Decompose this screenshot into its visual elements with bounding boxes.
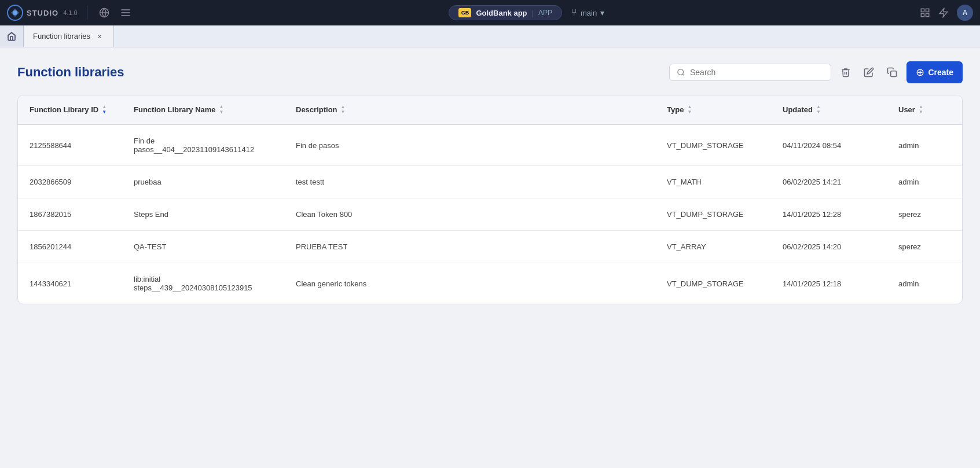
sort-type-down[interactable]: ▼ bbox=[687, 110, 692, 115]
sort-user[interactable]: ▲ ▼ bbox=[919, 105, 923, 115]
sort-desc-up[interactable]: ▲ bbox=[341, 105, 346, 109]
svg-rect-14 bbox=[891, 71, 897, 77]
cell-type: VT_DUMP_STORAGE bbox=[655, 198, 771, 231]
cell-type: VT_MATH bbox=[655, 166, 771, 198]
cell-user: admin bbox=[887, 166, 962, 198]
cell-user: sperez bbox=[887, 198, 962, 231]
th-updated: Updated ▲ ▼ bbox=[771, 95, 887, 124]
cell-description: PRUEBA TEST bbox=[284, 231, 655, 263]
tab-close-button[interactable]: × bbox=[95, 31, 104, 42]
svg-point-12 bbox=[678, 69, 684, 75]
globe-button[interactable] bbox=[97, 5, 112, 20]
app-name: GoldBank app bbox=[476, 9, 527, 17]
sort-user-down[interactable]: ▼ bbox=[919, 110, 923, 115]
th-updated-label: Updated bbox=[783, 105, 813, 114]
cell-name: Fin de pasos__404__20231109143611412 bbox=[122, 124, 284, 166]
branch-section: ⑂ main ▾ bbox=[571, 5, 604, 20]
create-btn-label: Create bbox=[928, 68, 953, 77]
table-body: 2125588644 Fin de pasos__404__2023110914… bbox=[18, 124, 962, 304]
svg-rect-10 bbox=[926, 14, 929, 17]
table-row[interactable]: 1856201244 QA-TEST PRUEBA TEST VT_ARRAY … bbox=[18, 231, 962, 263]
table-row[interactable]: 1867382015 Steps End Clean Token 800 VT_… bbox=[18, 198, 962, 231]
table-row[interactable]: 2032866509 pruebaa test testt VT_MATH 06… bbox=[18, 166, 962, 198]
navbar-right: A bbox=[920, 5, 973, 21]
sort-desc[interactable]: ▲ ▼ bbox=[341, 105, 346, 115]
cell-name: QA-TEST bbox=[122, 231, 284, 263]
studio-label: STUDIO bbox=[27, 9, 58, 17]
sort-type[interactable]: ▲ ▼ bbox=[687, 105, 692, 115]
th-name: Function Library Name ▲ ▼ bbox=[122, 95, 284, 124]
sort-name-up[interactable]: ▲ bbox=[219, 105, 224, 109]
cell-type: VT_ARRAY bbox=[655, 231, 771, 263]
cell-id: 2032866509 bbox=[18, 166, 122, 198]
brand-logo-icon bbox=[7, 5, 23, 21]
navbar-center: GB GoldBank app | APP ⑂ main ▾ bbox=[140, 5, 914, 20]
create-btn-icon: ⊕ bbox=[916, 66, 924, 79]
th-id-label: Function Library ID bbox=[30, 105, 98, 114]
logo-area: STUDIO 4.1.0 bbox=[7, 5, 78, 21]
sort-id-up[interactable]: ▲ bbox=[102, 105, 107, 109]
delete-button[interactable] bbox=[837, 64, 854, 81]
create-button[interactable]: ⊕ Create bbox=[906, 61, 963, 83]
sort-user-up[interactable]: ▲ bbox=[919, 105, 923, 109]
app-separator: | bbox=[532, 9, 534, 17]
sort-name-down[interactable]: ▼ bbox=[219, 110, 224, 115]
th-desc-label: Description bbox=[296, 105, 337, 114]
extensions-button[interactable] bbox=[920, 8, 930, 18]
app-pill[interactable]: GB GoldBank app | APP bbox=[449, 5, 562, 20]
sort-id-down[interactable]: ▼ bbox=[102, 110, 107, 115]
app-logo: GB bbox=[458, 8, 471, 17]
cell-updated: 14/01/2025 12:28 bbox=[771, 198, 887, 231]
sort-name[interactable]: ▲ ▼ bbox=[219, 105, 224, 115]
cell-type: VT_DUMP_STORAGE bbox=[655, 263, 771, 304]
sort-type-up[interactable]: ▲ bbox=[687, 105, 692, 109]
main-content: Function libraries bbox=[0, 47, 980, 468]
cell-id: 2125588644 bbox=[18, 124, 122, 166]
page-title: Function libraries bbox=[17, 65, 124, 80]
sort-updated-down[interactable]: ▼ bbox=[816, 110, 821, 115]
lightning-button[interactable] bbox=[938, 8, 949, 18]
edit-button[interactable] bbox=[860, 64, 878, 81]
page-header: Function libraries bbox=[17, 61, 963, 83]
branch-name: main bbox=[581, 9, 597, 17]
search-icon bbox=[677, 68, 685, 77]
table-row[interactable]: 2125588644 Fin de pasos__404__2023110914… bbox=[18, 124, 962, 166]
sort-updated-up[interactable]: ▲ bbox=[816, 105, 821, 109]
sort-id[interactable]: ▲ ▼ bbox=[102, 105, 107, 115]
cell-id: 1443340621 bbox=[18, 263, 122, 304]
svg-rect-7 bbox=[921, 9, 924, 12]
cell-name: pruebaa bbox=[122, 166, 284, 198]
tab-home-button[interactable] bbox=[0, 25, 24, 47]
table-row[interactable]: 1443340621 lib:initial steps__439__20240… bbox=[18, 263, 962, 304]
th-name-label: Function Library Name bbox=[134, 105, 216, 114]
cell-description: Clean Token 800 bbox=[284, 198, 655, 231]
table-container: Function Library ID ▲ ▼ Function Library… bbox=[17, 95, 963, 304]
navbar: STUDIO 4.1.0 GB GoldBank app | APP ⑂ mai… bbox=[0, 0, 980, 25]
cell-user: admin bbox=[887, 263, 962, 304]
hamburger-button[interactable] bbox=[118, 5, 134, 21]
svg-point-1 bbox=[13, 10, 17, 15]
cell-updated: 14/01/2025 12:18 bbox=[771, 263, 887, 304]
tab-label: Function libraries bbox=[33, 32, 90, 40]
sort-desc-down[interactable]: ▼ bbox=[341, 110, 346, 115]
th-user-label: User bbox=[898, 105, 915, 114]
copy-button[interactable] bbox=[883, 64, 901, 81]
function-libraries-table: Function Library ID ▲ ▼ Function Library… bbox=[18, 95, 962, 304]
branch-dropdown-button[interactable]: ▾ bbox=[600, 8, 604, 17]
th-user: User ▲ ▼ bbox=[887, 95, 962, 124]
cell-name: Steps End bbox=[122, 198, 284, 231]
table-header: Function Library ID ▲ ▼ Function Library… bbox=[18, 95, 962, 124]
search-input[interactable] bbox=[690, 68, 824, 77]
cell-description: Clean generic tokens bbox=[284, 263, 655, 304]
cell-description: test testt bbox=[284, 166, 655, 198]
svg-marker-11 bbox=[939, 9, 948, 17]
header-actions: ⊕ Create bbox=[669, 61, 963, 83]
cell-name: lib:initial steps__439__2024030810512391… bbox=[122, 263, 284, 304]
search-box bbox=[669, 64, 831, 81]
cell-updated: 06/02/2025 14:20 bbox=[771, 231, 887, 263]
user-avatar[interactable]: A bbox=[957, 5, 973, 21]
tab-function-libraries[interactable]: Function libraries × bbox=[24, 25, 114, 47]
sort-updated[interactable]: ▲ ▼ bbox=[816, 105, 821, 115]
nav-divider-1 bbox=[87, 6, 87, 20]
th-type-label: Type bbox=[667, 105, 684, 114]
